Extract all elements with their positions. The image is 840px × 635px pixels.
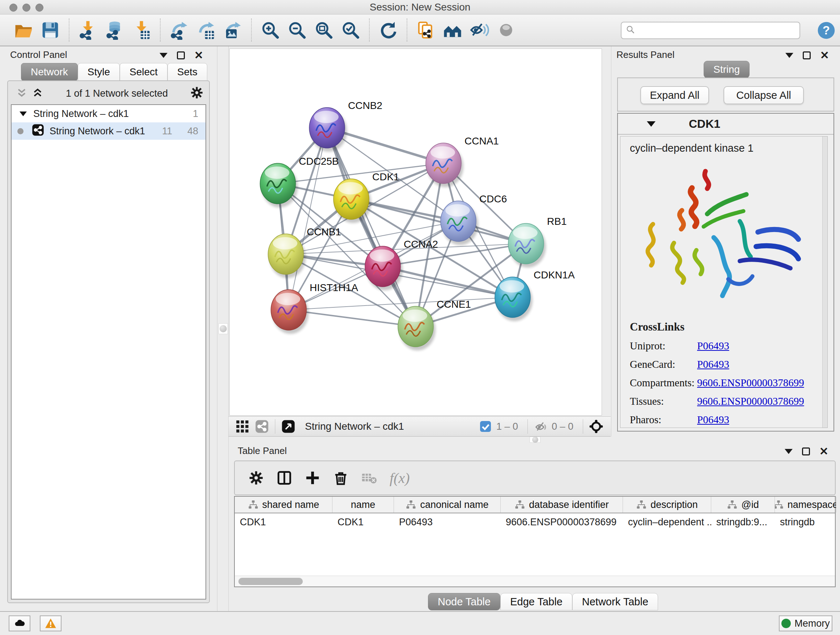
cell-description[interactable]: cyclin–dependent ... — [623, 513, 711, 531]
network-collection-row[interactable]: String Network – cdk1 1 — [11, 105, 205, 122]
crosslink-link[interactable]: 9606.ENSP00000378699 — [697, 377, 804, 389]
export-network-icon[interactable] — [168, 19, 190, 41]
selected-checkbox-icon[interactable] — [478, 419, 493, 434]
node-CDC25B[interactable]: CDC25B — [260, 156, 339, 207]
crosshair-icon[interactable] — [589, 419, 603, 434]
function-builder-icon: f(x) — [390, 470, 410, 486]
hide-details-icon[interactable] — [468, 19, 491, 41]
export-table-icon[interactable] — [195, 19, 217, 41]
collapse-all-button[interactable]: Collapse All — [723, 86, 804, 104]
node-CCNE1[interactable]: CCNE1 — [398, 299, 471, 350]
tab-select[interactable]: Select — [120, 63, 167, 81]
node-CCNB2[interactable]: CCNB2 — [309, 100, 382, 152]
cloud-button[interactable] — [9, 616, 30, 631]
collection-label: String Network – cdk1 — [33, 108, 129, 119]
column-header-namespace[interactable]: namespace — [775, 497, 836, 513]
column-header-shared-name[interactable]: shared name — [235, 497, 332, 513]
close-panel-icon[interactable]: ✕ — [194, 51, 203, 59]
expand-all-icon[interactable] — [31, 86, 44, 101]
zoom-in-icon[interactable] — [259, 19, 281, 41]
zoom-selected-icon[interactable] — [339, 19, 362, 41]
float-panel-icon[interactable] — [785, 449, 793, 454]
import-database-icon[interactable] — [103, 19, 126, 41]
network-canvas[interactable]: CCNB2 CCNA1 CDC25B CDK1 CDC6 RB1 — [229, 49, 602, 416]
tree-expand-caret-icon[interactable] — [19, 111, 27, 116]
network-row-selected[interactable]: String Network – cdk1 11 48 — [11, 122, 205, 140]
zoom-fit-icon[interactable] — [313, 19, 335, 41]
crosslink-link[interactable]: 9606.ENSP00000378699 — [697, 395, 804, 407]
close-panel-icon[interactable]: ✕ — [819, 448, 829, 455]
gear-icon[interactable] — [189, 86, 204, 101]
bottom-splitter[interactable] — [229, 437, 840, 443]
node-HIST1H1A[interactable]: HIST1H1A — [271, 282, 358, 334]
collapse-all-icon[interactable] — [15, 86, 28, 101]
node-CDKN1A[interactable]: CDKN1A — [495, 269, 575, 321]
show-columns-icon[interactable] — [272, 466, 296, 490]
expand-all-button[interactable]: Expand All — [640, 86, 709, 104]
edge-count: 48 — [187, 126, 198, 137]
zoom-window-button[interactable] — [35, 4, 43, 11]
tab-style[interactable]: Style — [78, 63, 120, 81]
gene-entry-header[interactable]: CDK1 — [618, 114, 834, 135]
tab-edge-table[interactable]: Edge Table — [500, 593, 572, 610]
grid-view-icon[interactable] — [235, 419, 249, 434]
memory-button[interactable]: Memory — [779, 616, 832, 631]
warning-button[interactable] — [40, 616, 62, 631]
crosslink-link[interactable]: P06493 — [697, 414, 729, 426]
maximize-panel-icon[interactable] — [803, 51, 811, 59]
close-panel-icon[interactable]: ✕ — [820, 51, 829, 59]
close-window-button[interactable] — [9, 4, 17, 11]
cell-name[interactable]: CDK1 — [332, 513, 394, 531]
node-CCNA1[interactable]: CCNA1 — [426, 135, 499, 187]
table-horizontal-scrollbar[interactable] — [235, 576, 835, 586]
help-button[interactable]: ? — [816, 20, 836, 41]
export-image-icon[interactable] — [221, 19, 244, 41]
tab-network-table[interactable]: Network Table — [572, 593, 658, 610]
column-header-database-identifier[interactable]: database identifier — [501, 497, 623, 513]
zoom-out-icon[interactable] — [286, 19, 308, 41]
tab-sets[interactable]: Sets — [167, 63, 207, 81]
maximize-panel-icon[interactable] — [802, 448, 810, 455]
node-table[interactable]: shared namenamecanonical namedatabase id… — [234, 496, 836, 587]
panels-icon[interactable] — [441, 19, 464, 41]
crosslink-link[interactable]: P06493 — [697, 340, 729, 352]
table-gear-icon[interactable] — [244, 466, 268, 490]
search-box[interactable] — [621, 22, 800, 39]
import-table-icon[interactable] — [130, 19, 153, 41]
column-header-@id[interactable]: @id — [711, 497, 775, 513]
column-header-description[interactable]: description — [623, 497, 711, 513]
node-RB1[interactable]: RB1 — [508, 216, 567, 268]
birdseye-icon[interactable] — [495, 19, 517, 41]
cell-database-identifier[interactable]: 9606.ENSP00000378699 — [501, 513, 623, 531]
column-header-name[interactable]: name — [332, 497, 394, 513]
crosslink-link[interactable]: P06493 — [697, 358, 729, 371]
open-session-icon[interactable] — [12, 19, 35, 41]
clone-network-icon[interactable] — [415, 19, 437, 41]
results-scrollbar[interactable] — [822, 136, 827, 428]
tab-network[interactable]: Network — [21, 63, 78, 81]
minimize-window-button[interactable] — [22, 4, 30, 11]
cell-@id[interactable]: stringdb:9... — [711, 513, 775, 531]
string-view-icon[interactable] — [255, 419, 269, 434]
hidden-eye-icon[interactable] — [534, 419, 548, 434]
cell-shared-name[interactable]: CDK1 — [235, 513, 332, 531]
cell-namespace[interactable]: stringdb — [775, 513, 836, 531]
search-input[interactable] — [638, 25, 799, 36]
save-session-icon[interactable] — [39, 19, 62, 41]
add-column-icon[interactable] — [301, 466, 325, 490]
delete-column-icon[interactable] — [329, 466, 353, 490]
float-panel-icon[interactable] — [785, 53, 793, 58]
node-CDC6[interactable]: CDC6 — [441, 193, 507, 245]
collapse-entry-caret-icon[interactable] — [647, 121, 655, 127]
column-header-canonical-name[interactable]: canonical name — [394, 497, 501, 513]
left-splitter[interactable] — [217, 46, 229, 611]
tab-string[interactable]: String — [704, 61, 750, 78]
maximize-panel-icon[interactable] — [177, 51, 185, 59]
open-in-window-icon[interactable] — [281, 419, 295, 434]
refresh-icon[interactable] — [377, 19, 399, 41]
tab-node-table[interactable]: Node Table — [428, 593, 500, 610]
import-network-icon[interactable] — [77, 19, 99, 41]
hidden-counts: 0 – 0 — [552, 421, 573, 432]
cell-canonical-name[interactable]: P06493 — [394, 513, 501, 531]
float-panel-icon[interactable] — [159, 53, 167, 58]
